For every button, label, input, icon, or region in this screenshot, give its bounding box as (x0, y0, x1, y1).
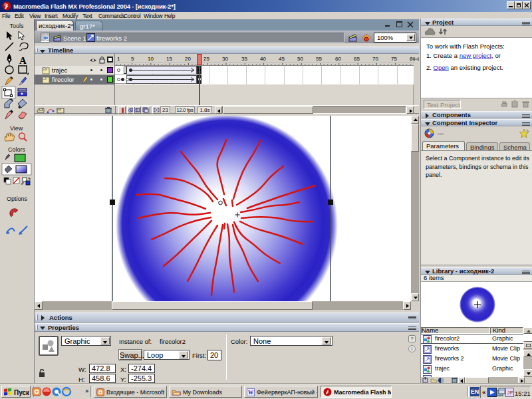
svg-text:35: 35 (241, 56, 247, 62)
svg-text:40: 40 (260, 56, 266, 62)
svg-text:A: A (19, 55, 27, 66)
svg-text:65: 65 (354, 56, 360, 62)
svg-text:50: 50 (297, 56, 303, 62)
svg-text:70: 70 (372, 56, 378, 62)
svg-text:Colors: Colors (8, 146, 26, 153)
svg-text:75: 75 (391, 56, 397, 62)
svg-text:55: 55 (316, 56, 322, 62)
svg-text:45: 45 (279, 56, 285, 62)
svg-text:View: View (10, 125, 23, 132)
svg-text:60: 60 (335, 56, 341, 62)
svg-text:15: 15 (166, 56, 172, 62)
svg-text:25: 25 (203, 56, 209, 62)
svg-text:Options: Options (7, 196, 28, 202)
svg-text:W: W (248, 390, 253, 396)
svg-text:1: 1 (117, 56, 120, 62)
svg-text:5: 5 (131, 56, 134, 62)
svg-text:30: 30 (222, 56, 228, 62)
svg-text:JP: JP (507, 390, 513, 396)
svg-text:20: 20 (185, 56, 191, 62)
svg-text:10: 10 (148, 56, 154, 62)
